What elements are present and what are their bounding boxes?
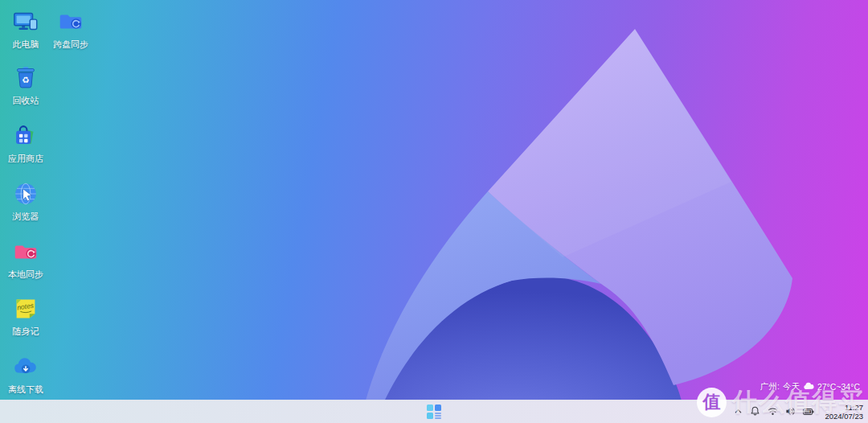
volume-icon[interactable]	[785, 406, 796, 417]
bell-icon[interactable]	[750, 406, 760, 417]
weather-widget: 广州: 今天 27°C~34°C	[760, 381, 860, 392]
desktop-icon-label: 回收站	[13, 95, 39, 107]
desktop-icon-label: 跨盘同步	[53, 39, 88, 51]
wifi-icon[interactable]	[768, 407, 778, 416]
app-store-icon	[10, 121, 41, 151]
start-button[interactable]	[424, 401, 444, 422]
wallpaper-art	[0, 0, 868, 423]
desktop-icon-cross-disk-sync[interactable]: 跨盘同步	[48, 6, 93, 51]
clock-date: 2024/07/23	[821, 412, 863, 421]
desktop-icon-browser[interactable]: 浏览器	[3, 179, 48, 223]
clock-time: 11:27	[821, 403, 863, 412]
start-grid-icon	[427, 405, 441, 419]
desktop-icon-recycle-bin[interactable]: ♻ 回收站	[3, 63, 48, 107]
clock[interactable]: 11:27 2024/07/23	[821, 403, 863, 421]
desktop-icon-offline-download[interactable]: 离线下载	[3, 351, 48, 396]
notes-icon: notes	[10, 294, 41, 324]
desktop-icon-notes[interactable]: notes 随身记	[3, 294, 48, 338]
desktop-icon-label: 离线下载	[8, 384, 43, 396]
weather-location: 广州:	[760, 381, 780, 392]
chevron-up-icon[interactable]	[734, 407, 743, 416]
desktop-icon-label: 此电脑	[13, 39, 39, 51]
desktop-icon-label: 随身记	[13, 326, 39, 338]
svg-text:♻: ♻	[22, 76, 29, 84]
desktop-icon-label: 应用商店	[8, 153, 43, 165]
taskbar: 11:27 2024/07/23	[0, 400, 868, 423]
desktop-icon-label: 浏览器	[13, 211, 39, 223]
system-tray: 11:27 2024/07/23	[734, 400, 863, 423]
cross-disk-sync-icon	[55, 6, 86, 37]
computer-icon	[10, 6, 41, 37]
desktop-icon-app-store[interactable]: 应用商店	[3, 121, 48, 165]
weather-temperature: 27°C~34°C	[817, 382, 860, 392]
weather-icon	[803, 382, 814, 392]
recycle-bin-icon: ♻	[10, 63, 41, 93]
desktop-icon-this-pc[interactable]: 此电脑	[3, 6, 48, 51]
battery-icon[interactable]	[803, 408, 814, 416]
local-sync-icon	[10, 236, 41, 267]
browser-icon	[10, 179, 41, 209]
weather-day: 今天	[783, 381, 800, 392]
desktop-icon-local-sync[interactable]: 本地同步	[3, 236, 48, 281]
offline-download-icon	[10, 351, 41, 382]
desktop-icon-label: 本地同步	[8, 269, 43, 281]
desktop: 此电脑 跨盘同步 ♻ 回收站	[0, 0, 868, 423]
